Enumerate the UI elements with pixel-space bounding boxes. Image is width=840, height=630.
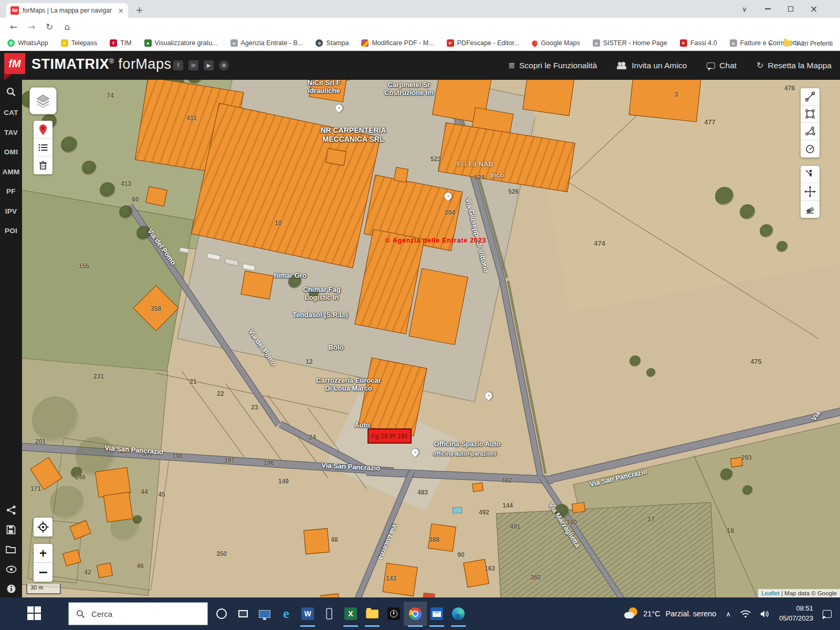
sidebar-tab-ipv[interactable]: IPV (0, 202, 22, 222)
reload-icon[interactable]: ↻ (42, 19, 57, 34)
folder-open-icon[interactable] (0, 542, 22, 556)
wifi-icon[interactable] (740, 610, 751, 618)
locate-button[interactable] (34, 518, 52, 537)
leaflet-link[interactable]: Leaflet (761, 590, 780, 596)
bookmark-item[interactable]: Google Maps (532, 39, 580, 47)
taskbar-app-chrome[interactable] (404, 602, 427, 626)
measure-area-button[interactable] (801, 106, 820, 123)
trash-button[interactable] (34, 156, 52, 174)
facebook-icon[interactable]: f (173, 60, 183, 70)
taskbar-app-cortana[interactable] (210, 602, 233, 626)
bookmark-item[interactable]: FFassi 4.0 (680, 39, 717, 47)
taskview-icon (238, 610, 248, 617)
bookmarks-overflow-icon[interactable]: » (768, 39, 773, 48)
new-tab-button[interactable]: + (135, 4, 143, 15)
globe-icon[interactable]: ⊕ (219, 60, 229, 70)
menu-scopri-funzionalita[interactable]: ≣ Scopri le Funzionalità (508, 60, 597, 70)
windows-taskbar: Cerca eWX 21°C Parzial. sereno ∧ 08:51 0… (0, 597, 840, 630)
volume-icon[interactable] (760, 610, 770, 618)
taskbar-app-word[interactable]: W (296, 602, 319, 626)
taskbar-app-ie[interactable]: e (275, 602, 298, 626)
taskbar-app-edge[interactable] (447, 602, 470, 626)
eraser-button[interactable] (801, 201, 820, 218)
building (326, 148, 346, 166)
taskbar-search[interactable]: Cerca (68, 602, 208, 625)
measure-radius-button[interactable] (801, 140, 820, 158)
bookmark-item[interactable]: TTIM (110, 39, 132, 47)
bookmark-item[interactable]: AVisualizzatore gratu... (144, 39, 218, 47)
clock-widget[interactable]: 08:51 05/07/2023 (779, 604, 813, 624)
sidebar-tab-tav[interactable]: TAV (0, 123, 22, 143)
place-label: NR CARPENTERIAMECCANICA SRL (320, 126, 386, 143)
sidebar-tab-poi[interactable]: POI (0, 221, 22, 241)
start-button[interactable] (27, 606, 41, 621)
layers-button[interactable] (29, 87, 57, 114)
taskbar-app-excel[interactable]: X (339, 602, 362, 626)
parcel-number: 48 (331, 536, 338, 543)
formaps-logo[interactable]: fM (4, 53, 25, 74)
taskbar-app-clockapp[interactable] (382, 602, 405, 626)
menu-invita-amico[interactable]: Invita un Amico (617, 61, 687, 70)
sidebar-search-icon[interactable] (0, 84, 22, 100)
menu-resetta-mappa[interactable]: ↻ Resetta la Mappa (757, 60, 832, 70)
taskbar-app-mail[interactable] (425, 602, 448, 626)
parcel-number: 163 (485, 565, 495, 572)
bookmark-item[interactable]: »Telepass (61, 39, 97, 47)
weather-condition: Parzial. sereno (666, 610, 717, 618)
window-menu-icon[interactable]: ∨ (733, 0, 756, 18)
share-nodes-icon[interactable] (0, 503, 22, 517)
tab-title: forMaps | La mappa per navigar (23, 7, 114, 14)
eye-icon[interactable] (0, 562, 22, 576)
youtube-icon[interactable]: ▶ (204, 60, 214, 70)
taskbar-app-folderw[interactable] (361, 602, 384, 626)
taskbar-app-phone[interactable] (318, 602, 341, 626)
sidebar-tab-cat[interactable]: CAT (0, 103, 22, 123)
bookmark-item[interactable]: PPDFescape - Editor... (447, 39, 520, 47)
weather-widget[interactable]: 21°C Parzial. sereno (624, 607, 716, 620)
zoom-out-button[interactable]: − (34, 563, 52, 582)
window-close-button[interactable]: × (802, 0, 825, 18)
taskbar-app-monitor[interactable] (253, 602, 276, 626)
home-icon[interactable]: ⌂ (60, 19, 75, 34)
map-pin-icon[interactable] (483, 390, 494, 401)
taskbar-app-taskview[interactable] (232, 602, 255, 626)
map-canvas[interactable]: 7441141360101553582312122232412201200199… (22, 80, 840, 597)
back-icon[interactable]: ← (6, 19, 21, 34)
menu-chat[interactable]: Chat (707, 61, 737, 70)
bookmark-item[interactable]: aSISTER - Home Page (593, 39, 667, 47)
add-marker-button[interactable] (34, 121, 52, 139)
notification-center-icon[interactable] (823, 610, 832, 618)
bookmark-item[interactable]: SStampa (316, 39, 349, 47)
bookmark-item[interactable]: ✆WhatsApp (7, 39, 48, 47)
sidebar-tab-amm[interactable]: AMM (0, 162, 22, 182)
save-icon[interactable] (0, 523, 22, 537)
linkedin-icon[interactable]: in (188, 60, 198, 70)
field-parcel (496, 502, 717, 597)
tab-close-icon[interactable]: × (118, 6, 124, 15)
info-icon[interactable] (0, 582, 22, 595)
bookmark-item[interactable]: aAgenzia Entrate - B... (230, 39, 303, 47)
sidebar-tab-pf[interactable]: PF (0, 182, 22, 202)
cortana-icon (216, 608, 227, 619)
highlighted-parcel[interactable]: Fg 19 Pt 191 (368, 428, 412, 444)
zoom-in-button[interactable]: + (34, 544, 52, 563)
sidebar-tab-omi[interactable]: OMI (0, 142, 22, 162)
streetview-pegman-button[interactable] (801, 166, 820, 183)
window-maximize-button[interactable] (779, 0, 802, 18)
other-favorites-label[interactable]: Altri Preferiti (797, 40, 833, 47)
browser-tab[interactable]: fM forMaps | La mappa per navigar × (6, 3, 128, 18)
system-tray: 21°C Parzial. sereno ∧ 08:51 05/07/2023 (624, 597, 840, 630)
bookmark-item[interactable]: Modificare PDF - M... (361, 39, 434, 47)
left-sidebar: CATTAVOMIAMMPFIPVPOI (0, 80, 22, 597)
window-minimize-button[interactable] (756, 0, 779, 18)
forward-icon[interactable]: → (24, 19, 39, 34)
list-button[interactable] (34, 139, 52, 156)
parcel-number: 358 (151, 305, 161, 312)
edge-icon (452, 607, 465, 620)
measure-polygon-button[interactable] (801, 123, 820, 140)
measure-distance-button[interactable] (801, 88, 820, 106)
sidebar-tabs: CATTAVOMIAMMPFIPVPOI (0, 103, 22, 241)
tray-chevron-icon[interactable]: ∧ (726, 610, 731, 618)
place-label: NiCit Srl Fidrauliche (308, 80, 341, 94)
pan-move-button[interactable] (801, 183, 820, 201)
